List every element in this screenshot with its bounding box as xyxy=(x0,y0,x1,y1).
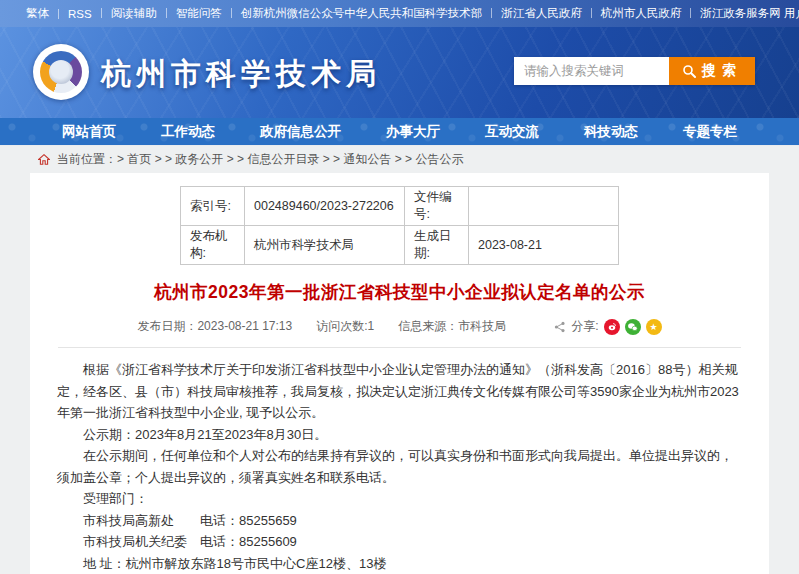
article-body: 根据《浙江省科学技术厅关于印发浙江省科技型中小企业认定管理办法的通知》（浙科发高… xyxy=(57,359,742,574)
paragraph: 根据《浙江省科学技术厅关于印发浙江省科技型中小企业认定管理办法的通知》（浙科发高… xyxy=(57,359,742,424)
main-nav: 网站首页 工作动态 政府信息公开 办事大厅 互动交流 科技动态 专题专栏 xyxy=(0,118,799,146)
logo-emblem-icon xyxy=(40,51,82,93)
paragraph: 市科技局高新处 电话：85255659 xyxy=(57,510,742,532)
nav-item-tech-news[interactable]: 科技动态 xyxy=(584,123,638,141)
paragraph: 市科技局机关纪委 电话：85255609 xyxy=(57,531,742,553)
nav-item-home[interactable]: 网站首页 xyxy=(62,123,116,141)
topbar-link-zwfw-usercenter[interactable]: 浙江政务服务网 用户中心 xyxy=(681,6,799,21)
breadcrumb-trail[interactable]: > 首页 > > 政务公开 > > 信息公开目录 > > 通知公告 > > 公告… xyxy=(117,151,463,168)
table-row: 发布机构: 杭州市科学技术局 生成日期: 2023-08-21 xyxy=(181,226,619,265)
nav-item-work-news[interactable]: 工作动态 xyxy=(161,123,215,141)
topbar-right-links: 中华人民共和国科学技术部 浙江省人民政府 杭州市人民政府 浙江政务服务网 用户中… xyxy=(344,6,799,21)
share-icon xyxy=(554,321,566,333)
top-utility-bar: 繁体 RSS 阅读辅助 智能问答 创新杭州微信公众号 中华人民共和国科学技术部 … xyxy=(0,0,799,27)
index-label: 索引号: xyxy=(181,187,245,226)
date-value: 2023-08-21 xyxy=(469,226,619,265)
nav-item-service-hall[interactable]: 办事大厅 xyxy=(386,123,440,141)
home-icon[interactable] xyxy=(38,154,50,165)
topbar-link-most[interactable]: 中华人民共和国科学技术部 xyxy=(344,6,482,21)
file-no-value xyxy=(469,187,619,226)
meta-divider xyxy=(58,347,741,348)
topbar-link-zj-gov[interactable]: 浙江省人民政府 xyxy=(482,6,582,21)
publish-date: 发布日期：2023-08-21 17:13 xyxy=(137,318,292,335)
paragraph: 受理部门： xyxy=(57,488,742,510)
share-label: 分享: xyxy=(571,318,598,335)
file-no-label: 文件编号: xyxy=(405,187,469,226)
paragraph: 在公示期间，任何单位和个人对公布的结果持有异议的，可以真实身份和书面形式向我局提… xyxy=(57,445,742,488)
site-logo[interactable] xyxy=(33,44,89,100)
index-value: 002489460/2023-272206 xyxy=(245,187,405,226)
topbar-link-wechat-account[interactable]: 创新杭州微信公众号 xyxy=(222,6,345,21)
topbar-link-hz-gov[interactable]: 杭州市人民政府 xyxy=(582,6,682,21)
content-card: 索引号: 002489460/2023-272206 文件编号: 发布机构: 杭… xyxy=(30,173,769,574)
nav-item-special-columns[interactable]: 专题专栏 xyxy=(683,123,737,141)
qzone-star-share-icon[interactable]: ★ xyxy=(646,319,662,335)
topbar-link-rss[interactable]: RSS xyxy=(49,8,92,20)
visit-count: 访问次数:1 xyxy=(316,318,374,335)
paragraph: 公示期：2023年8月21至2023年8月30日。 xyxy=(57,424,742,446)
search-icon xyxy=(682,64,697,79)
search-bar: 搜索 xyxy=(514,57,755,85)
weibo-share-icon[interactable] xyxy=(604,319,620,335)
topbar-link-reading-aid[interactable]: 阅读辅助 xyxy=(92,6,157,21)
nav-item-gov-info[interactable]: 政府信息公开 xyxy=(260,123,341,141)
site-banner: 杭州市科学技术局 搜索 xyxy=(0,27,799,118)
site-title[interactable]: 杭州市科学技术局 xyxy=(101,54,381,95)
table-row: 索引号: 002489460/2023-272206 文件编号: xyxy=(181,187,619,226)
nav-item-interaction[interactable]: 互动交流 xyxy=(485,123,539,141)
doc-info-table: 索引号: 002489460/2023-272206 文件编号: 发布机构: 杭… xyxy=(180,186,619,265)
wechat-share-icon[interactable] xyxy=(625,319,641,335)
org-label: 发布机构: xyxy=(181,226,245,265)
topbar-link-smart-qa[interactable]: 智能问答 xyxy=(157,6,222,21)
page-title: 杭州市2023年第一批浙江省科技型中小企业拟认定名单的公示 xyxy=(57,280,742,304)
info-source: 信息来源：市科技局 xyxy=(398,318,506,335)
search-button[interactable]: 搜索 xyxy=(669,57,755,85)
search-button-label: 搜索 xyxy=(702,62,742,80)
topbar-link-traditional[interactable]: 繁体 xyxy=(26,6,49,21)
search-input[interactable] xyxy=(514,57,669,85)
paragraph: 地 址：杭州市解放东路18号市民中心C座12楼、13楼 xyxy=(57,553,742,574)
date-label: 生成日期: xyxy=(405,226,469,265)
org-value: 杭州市科学技术局 xyxy=(245,226,405,265)
share-bar: 分享: ★ xyxy=(554,318,661,335)
breadcrumb: 当前位置： > 首页 > > 政务公开 > > 信息公开目录 > > 通知公告 … xyxy=(0,146,799,173)
topbar-left-links: 繁体 RSS 阅读辅助 智能问答 创新杭州微信公众号 xyxy=(26,6,344,21)
breadcrumb-label: 当前位置： xyxy=(57,151,117,168)
article-meta: 发布日期：2023-08-21 17:13 访问次数:1 信息来源：市科技局 分… xyxy=(57,318,742,335)
